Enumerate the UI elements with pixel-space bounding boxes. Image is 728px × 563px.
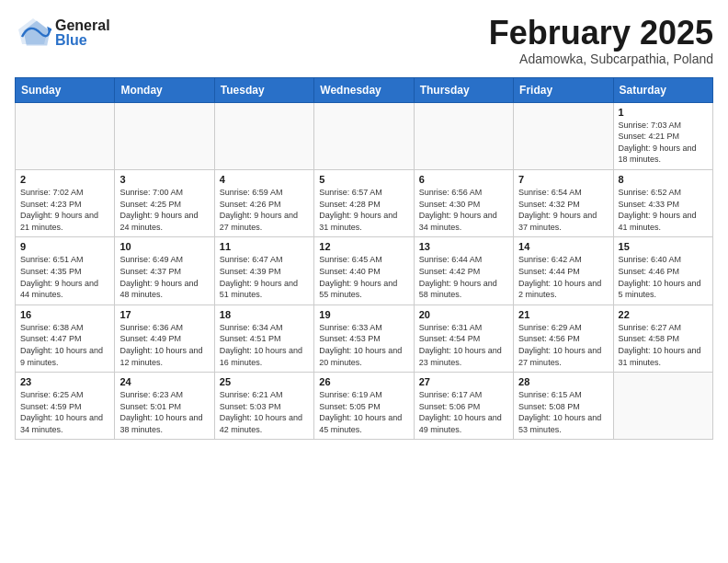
- day-number: 26: [319, 376, 408, 387]
- logo: General Blue: [15, 15, 110, 52]
- day-info: Sunrise: 6:29 AM Sunset: 4:56 PM Dayligh…: [518, 322, 608, 368]
- day-info: Sunrise: 6:27 AM Sunset: 4:58 PM Dayligh…: [619, 322, 708, 368]
- calendar-cell: 27Sunrise: 6:17 AM Sunset: 5:06 PM Dayli…: [414, 373, 513, 440]
- weekday-header: Wednesday: [314, 77, 414, 102]
- day-info: Sunrise: 6:36 AM Sunset: 4:49 PM Dayligh…: [119, 322, 209, 368]
- calendar-cell: 7Sunrise: 6:54 AM Sunset: 4:32 PM Daylig…: [514, 169, 613, 236]
- day-info: Sunrise: 6:38 AM Sunset: 4:47 PM Dayligh…: [20, 322, 109, 368]
- calendar-cell: [16, 102, 115, 169]
- calendar-cell: 10Sunrise: 6:49 AM Sunset: 4:37 PM Dayli…: [115, 237, 214, 304]
- calendar-cell: 23Sunrise: 6:25 AM Sunset: 4:59 PM Dayli…: [16, 373, 115, 440]
- day-number: 17: [119, 309, 209, 320]
- day-number: 21: [518, 309, 608, 320]
- day-number: 16: [20, 309, 109, 320]
- day-info: Sunrise: 6:31 AM Sunset: 4:54 PM Dayligh…: [419, 322, 508, 368]
- day-info: Sunrise: 6:33 AM Sunset: 4:53 PM Dayligh…: [319, 322, 408, 368]
- calendar-cell: [514, 102, 613, 169]
- calendar-cell: 5Sunrise: 6:57 AM Sunset: 4:28 PM Daylig…: [314, 169, 414, 236]
- calendar-cell: 8Sunrise: 6:52 AM Sunset: 4:33 PM Daylig…: [613, 169, 712, 236]
- day-info: Sunrise: 6:21 AM Sunset: 5:03 PM Dayligh…: [220, 389, 309, 435]
- calendar-cell: 28Sunrise: 6:15 AM Sunset: 5:08 PM Dayli…: [514, 373, 613, 440]
- day-info: Sunrise: 6:52 AM Sunset: 4:33 PM Dayligh…: [619, 187, 708, 233]
- calendar-cell: 19Sunrise: 6:33 AM Sunset: 4:53 PM Dayli…: [314, 304, 414, 372]
- day-info: Sunrise: 6:25 AM Sunset: 4:59 PM Dayligh…: [20, 389, 109, 435]
- calendar-cell: [414, 102, 513, 169]
- calendar-table: SundayMondayTuesdayWednesdayThursdayFrid…: [15, 77, 713, 441]
- day-info: Sunrise: 6:45 AM Sunset: 4:40 PM Dayligh…: [319, 254, 408, 300]
- calendar-cell: 24Sunrise: 6:23 AM Sunset: 5:01 PM Dayli…: [115, 373, 214, 440]
- calendar-cell: 18Sunrise: 6:34 AM Sunset: 4:51 PM Dayli…: [214, 304, 313, 372]
- day-number: 14: [518, 241, 608, 252]
- day-number: 22: [619, 309, 708, 320]
- day-info: Sunrise: 7:00 AM Sunset: 4:25 PM Dayligh…: [119, 187, 209, 233]
- weekday-header-row: SundayMondayTuesdayWednesdayThursdayFrid…: [16, 77, 713, 102]
- day-number: 13: [419, 241, 508, 252]
- day-info: Sunrise: 6:19 AM Sunset: 5:05 PM Dayligh…: [319, 389, 408, 435]
- weekday-header: Friday: [514, 77, 613, 102]
- logo-text: General Blue: [55, 18, 110, 48]
- calendar-cell: [613, 373, 712, 440]
- logo-icon: [15, 15, 51, 52]
- day-number: 7: [518, 174, 608, 185]
- page-header: General Blue February 2025 Adamowka, Sub…: [15, 15, 713, 66]
- day-number: 10: [119, 241, 209, 252]
- calendar-cell: 9Sunrise: 6:51 AM Sunset: 4:35 PM Daylig…: [16, 237, 115, 304]
- calendar-cell: 4Sunrise: 6:59 AM Sunset: 4:26 PM Daylig…: [214, 169, 313, 236]
- day-number: 8: [619, 174, 708, 185]
- calendar-cell: [115, 102, 214, 169]
- day-number: 20: [419, 309, 508, 320]
- logo-blue: Blue: [55, 33, 110, 48]
- day-info: Sunrise: 6:44 AM Sunset: 4:42 PM Dayligh…: [419, 254, 508, 300]
- day-info: Sunrise: 6:56 AM Sunset: 4:30 PM Dayligh…: [419, 187, 508, 233]
- calendar-cell: [314, 102, 414, 169]
- day-number: 5: [319, 174, 408, 185]
- calendar-cell: 13Sunrise: 6:44 AM Sunset: 4:42 PM Dayli…: [414, 237, 513, 304]
- calendar-cell: 22Sunrise: 6:27 AM Sunset: 4:58 PM Dayli…: [613, 304, 712, 372]
- day-number: 19: [319, 309, 408, 320]
- day-info: Sunrise: 6:47 AM Sunset: 4:39 PM Dayligh…: [220, 254, 309, 300]
- day-number: 23: [20, 376, 109, 387]
- calendar-week-row: 2Sunrise: 7:02 AM Sunset: 4:23 PM Daylig…: [16, 169, 713, 236]
- day-number: 27: [419, 376, 508, 387]
- weekday-header: Sunday: [16, 77, 115, 102]
- calendar-week-row: 1Sunrise: 7:03 AM Sunset: 4:21 PM Daylig…: [16, 102, 713, 169]
- day-number: 9: [20, 241, 109, 252]
- calendar-cell: 20Sunrise: 6:31 AM Sunset: 4:54 PM Dayli…: [414, 304, 513, 372]
- day-number: 11: [220, 241, 309, 252]
- calendar-cell: 21Sunrise: 6:29 AM Sunset: 4:56 PM Dayli…: [514, 304, 613, 372]
- day-number: 12: [319, 241, 408, 252]
- day-info: Sunrise: 6:59 AM Sunset: 4:26 PM Dayligh…: [220, 187, 309, 233]
- weekday-header: Saturday: [613, 77, 712, 102]
- calendar-cell: [214, 102, 313, 169]
- calendar-week-row: 23Sunrise: 6:25 AM Sunset: 4:59 PM Dayli…: [16, 373, 713, 440]
- day-number: 15: [619, 241, 708, 252]
- calendar-cell: 12Sunrise: 6:45 AM Sunset: 4:40 PM Dayli…: [314, 237, 414, 304]
- weekday-header: Thursday: [414, 77, 513, 102]
- weekday-header: Monday: [115, 77, 214, 102]
- calendar-cell: 3Sunrise: 7:00 AM Sunset: 4:25 PM Daylig…: [115, 169, 214, 236]
- day-number: 3: [119, 174, 209, 185]
- day-info: Sunrise: 6:57 AM Sunset: 4:28 PM Dayligh…: [319, 187, 408, 233]
- day-number: 6: [419, 174, 508, 185]
- day-info: Sunrise: 6:23 AM Sunset: 5:01 PM Dayligh…: [119, 389, 209, 435]
- day-info: Sunrise: 6:15 AM Sunset: 5:08 PM Dayligh…: [518, 389, 608, 435]
- day-info: Sunrise: 6:54 AM Sunset: 4:32 PM Dayligh…: [518, 187, 608, 233]
- calendar-cell: 1Sunrise: 7:03 AM Sunset: 4:21 PM Daylig…: [613, 102, 712, 169]
- day-number: 24: [119, 376, 209, 387]
- day-number: 4: [220, 174, 309, 185]
- day-number: 2: [20, 174, 109, 185]
- day-number: 25: [220, 376, 309, 387]
- day-info: Sunrise: 7:03 AM Sunset: 4:21 PM Dayligh…: [619, 120, 708, 166]
- logo-general: General: [55, 18, 110, 33]
- calendar-cell: 2Sunrise: 7:02 AM Sunset: 4:23 PM Daylig…: [16, 169, 115, 236]
- weekday-header: Tuesday: [214, 77, 313, 102]
- calendar-week-row: 16Sunrise: 6:38 AM Sunset: 4:47 PM Dayli…: [16, 304, 713, 372]
- calendar-cell: 15Sunrise: 6:40 AM Sunset: 4:46 PM Dayli…: [613, 237, 712, 304]
- day-info: Sunrise: 6:17 AM Sunset: 5:06 PM Dayligh…: [419, 389, 508, 435]
- day-info: Sunrise: 6:49 AM Sunset: 4:37 PM Dayligh…: [119, 254, 209, 300]
- day-number: 1: [619, 107, 708, 118]
- calendar-cell: 14Sunrise: 6:42 AM Sunset: 4:44 PM Dayli…: [514, 237, 613, 304]
- location: Adamowka, Subcarpathia, Poland: [489, 52, 713, 66]
- calendar-week-row: 9Sunrise: 6:51 AM Sunset: 4:35 PM Daylig…: [16, 237, 713, 304]
- calendar-cell: 26Sunrise: 6:19 AM Sunset: 5:05 PM Dayli…: [314, 373, 414, 440]
